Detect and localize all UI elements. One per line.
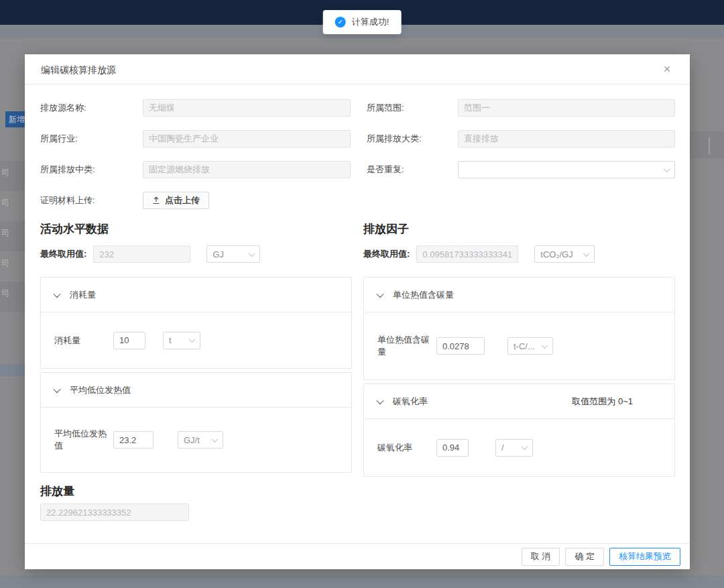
source-name-input (143, 99, 351, 117)
upload-button-label: 点击上传 (165, 194, 200, 207)
calorific-input[interactable] (113, 431, 154, 449)
background-divider (709, 137, 710, 154)
background-add-button: 新增 (5, 111, 25, 127)
chevron-down-icon (189, 336, 196, 343)
dialog-header: 编辑碳核算排放源 × (25, 54, 690, 84)
factor-unit-select[interactable]: tCO₂/GJ (534, 245, 595, 263)
upload-label: 证明材料上传: (40, 194, 143, 207)
activity-data-section: 活动水平数据 最终取用值: GJ 消耗量 消耗量 (40, 221, 352, 477)
oxidation-rate-panel-title: 碳氧化率 (393, 396, 428, 408)
chevron-down-icon (583, 250, 590, 257)
chevron-down-icon (376, 290, 383, 297)
emission-amount-title: 排放量 (40, 483, 675, 499)
emission-factor-section: 排放因子 最终取用值: tCO₂/GJ 单位热值含碳量 单位热值含碳 (363, 221, 675, 477)
emission-major-label: 所属排放大类: (367, 133, 458, 145)
calorific-field-label: 平均低位发热值 (54, 428, 113, 452)
activity-final-input (93, 245, 190, 263)
background-toolbar-band (690, 131, 724, 158)
background-row-text: 司 (1, 167, 11, 178)
calorific-panel-header[interactable]: 平均低位发热值 (41, 373, 351, 408)
chevron-down-icon (53, 290, 60, 297)
dialog-title: 编辑碳核算排放源 (41, 64, 116, 75)
upload-icon (152, 196, 160, 204)
consumption-unit-value: t (169, 335, 172, 345)
activity-unit-select[interactable]: GJ (206, 245, 260, 263)
source-name-label: 排放源名称: (40, 102, 143, 114)
scope-label: 所属范围: (367, 102, 458, 114)
calorific-panel-title: 平均低位发热值 (70, 384, 131, 396)
oxidation-rate-input[interactable] (436, 439, 469, 457)
activity-final-label: 最终取用值: (40, 248, 86, 260)
emission-mid-label: 所属排放中类: (40, 164, 143, 176)
consumption-panel-header[interactable]: 消耗量 (41, 278, 351, 312)
factor-final-input (416, 245, 518, 263)
carbon-content-panel-title: 单位热值含碳量 (393, 289, 454, 301)
oxidation-rate-unit-select[interactable]: / (495, 439, 533, 457)
chevron-down-icon (212, 436, 219, 443)
background-row-text: 司 (1, 257, 11, 269)
oxidation-range-note: 取值范围为 0~1 (572, 396, 661, 408)
background-selected-row (0, 364, 25, 376)
consumption-panel: 消耗量 消耗量 t (40, 277, 352, 369)
form-grid: 排放源名称: 所属范围: 所属行业: 所属排放大类: 所属排放中类: 是否重复: (40, 99, 675, 209)
toast-message: 计算成功! (352, 16, 389, 28)
carbon-content-unit-select[interactable]: t-C/... (507, 337, 553, 355)
carbon-content-input[interactable] (436, 337, 485, 355)
close-icon[interactable]: × (659, 61, 675, 77)
background-row-text: 司 (1, 288, 11, 299)
calorific-panel: 平均低位发热值 平均低位发热值 GJ/t (40, 372, 352, 473)
oxidation-rate-unit-value: / (501, 443, 504, 453)
oxidation-rate-panel-header[interactable]: 碳氧化率 取值范围为 0~1 (364, 384, 674, 419)
emission-factor-title: 排放因子 (363, 221, 675, 237)
carbon-content-panel: 单位热值含碳量 单位热值含碳量 t-C/... (363, 277, 675, 380)
scope-input (458, 99, 675, 117)
chevron-down-icon (53, 385, 60, 392)
chevron-down-icon (664, 166, 670, 172)
background-row-text: 司 (1, 227, 11, 239)
check-circle-icon: ✓ (335, 17, 346, 27)
chevron-down-icon (249, 250, 255, 257)
oxidation-rate-panel: 碳氧化率 取值范围为 0~1 碳氧化率 / (363, 384, 675, 477)
edit-emission-source-dialog: 编辑碳核算排放源 × 排放源名称: 所属范围: 所属行业: 所属排放大类: 所属… (25, 54, 690, 569)
chevron-down-icon (376, 396, 383, 404)
duplicate-label: 是否重复: (367, 164, 458, 176)
dialog-footer: 取 消 确 定 核算结果预览 (25, 543, 690, 569)
chevron-down-icon (522, 443, 528, 450)
confirm-button[interactable]: 确 定 (565, 548, 604, 566)
upload-button[interactable]: 点击上传 (143, 192, 209, 209)
background-footer-band (0, 575, 724, 588)
duplicate-select[interactable] (458, 161, 675, 178)
factor-final-label: 最终取用值: (363, 248, 410, 260)
consumption-unit-select[interactable]: t (163, 332, 200, 349)
carbon-content-field-label: 单位热值含碳量 (377, 334, 436, 358)
calorific-unit-select[interactable]: GJ/t (178, 431, 223, 449)
emission-amount-input (40, 504, 189, 521)
emission-amount-section: 排放量 (40, 483, 675, 521)
calorific-unit-value: GJ/t (184, 435, 200, 445)
carbon-content-panel-header[interactable]: 单位热值含碳量 (364, 278, 674, 312)
emission-mid-input (143, 161, 351, 178)
factor-unit-value: tCO₂/GJ (540, 249, 572, 259)
activity-data-title: 活动水平数据 (40, 221, 352, 237)
result-preview-button[interactable]: 核算结果预览 (609, 548, 680, 566)
success-toast: ✓ 计算成功! (323, 10, 402, 34)
oxidation-rate-field-label: 碳氧化率 (377, 442, 436, 454)
consumption-input[interactable] (113, 332, 145, 349)
chevron-down-icon (542, 342, 548, 349)
industry-input (143, 130, 351, 148)
cancel-button[interactable]: 取 消 (522, 548, 560, 566)
industry-label: 所属行业: (40, 133, 143, 145)
background-row-text: 司 (1, 197, 11, 209)
consumption-field-label: 消耗量 (54, 335, 113, 347)
activity-unit-value: GJ (213, 249, 224, 259)
emission-major-input (458, 130, 675, 148)
carbon-content-unit-value: t-C/... (514, 341, 535, 351)
consumption-panel-title: 消耗量 (70, 289, 96, 301)
